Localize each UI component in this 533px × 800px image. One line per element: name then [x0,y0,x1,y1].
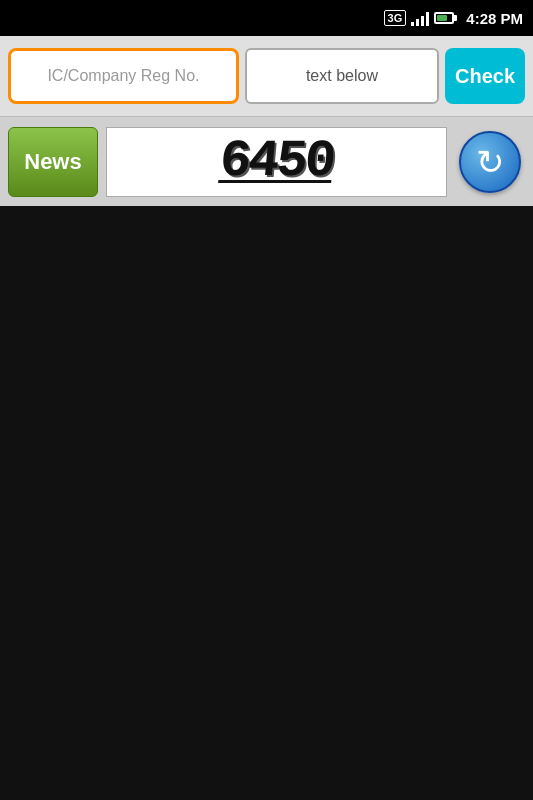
status-icons: 3G [384,10,455,26]
input-row: IC/Company Reg No. text below Check [0,36,533,116]
status-time: 4:28 PM [466,10,523,27]
captcha-image: 6450 [106,127,447,197]
captcha-text: 6450 [217,132,335,191]
refresh-icon: ↻ [476,145,504,179]
main-content [0,206,533,800]
second-row: News 6450 ↻ [0,116,533,206]
text-below-field[interactable]: text below [245,48,439,104]
text-below-value: text below [306,67,378,85]
refresh-circle: ↻ [459,131,521,193]
refresh-captcha-button[interactable]: ↻ [455,127,525,197]
check-button[interactable]: Check [445,48,525,104]
signal-bars [411,10,429,26]
ic-placeholder: IC/Company Reg No. [47,66,199,85]
ic-input-field[interactable]: IC/Company Reg No. [8,48,239,104]
status-bar: 3G 4:28 PM [0,0,533,36]
news-button[interactable]: News [8,127,98,197]
battery-icon [434,12,454,24]
network-icon: 3G [384,10,407,26]
